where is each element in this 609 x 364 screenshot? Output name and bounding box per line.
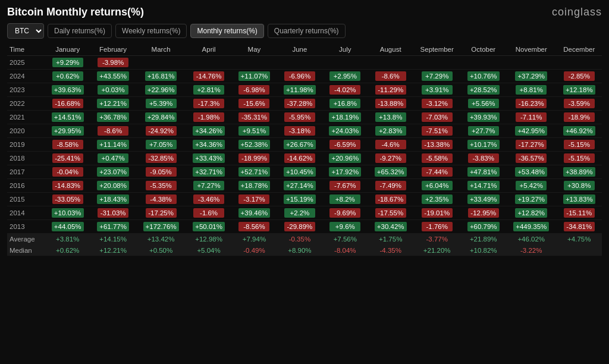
value-cell: -5.35%	[136, 179, 186, 193]
return-value: +13.8%	[375, 112, 406, 122]
return-value: +52.38%	[238, 140, 271, 149]
return-value: -9.05%	[146, 167, 177, 177]
value-cell: -9.69%	[322, 206, 368, 220]
table-row: 2016-14.83%+20.08%-5.35%+7.27%+18.78%+27…	[7, 179, 602, 193]
value-cell: +12.18%	[557, 83, 602, 97]
value-cell: +17.92%	[322, 165, 368, 179]
value-cell: -8.56%	[231, 220, 277, 234]
return-value: -12.95%	[468, 208, 499, 218]
return-value: +12.82%	[515, 208, 547, 218]
avg-value: -0.35%	[277, 234, 322, 245]
value-cell: +2.95%	[322, 70, 368, 83]
return-value: +10.45%	[284, 167, 316, 177]
value-cell: +60.79%	[461, 220, 506, 234]
asset-selector[interactable]: BTC	[7, 23, 44, 39]
value-cell: +46.92%	[557, 124, 602, 138]
value-cell: +29.95%	[45, 124, 90, 138]
value-cell: -17.27%	[506, 138, 557, 152]
col-august: August	[368, 43, 413, 56]
value-cell	[413, 56, 461, 70]
return-value: -25.41%	[52, 153, 83, 163]
value-cell: +5.39%	[136, 97, 186, 111]
return-value: -2.85%	[564, 71, 595, 81]
return-value: +9.51%	[238, 126, 269, 136]
value-cell: +47.81%	[461, 165, 506, 179]
value-cell: -4.02%	[322, 83, 368, 97]
value-cell: +42.95%	[506, 124, 557, 138]
value-cell: +18.19%	[322, 111, 368, 124]
value-cell: +11.07%	[231, 70, 277, 83]
return-value: +11.07%	[238, 71, 271, 81]
return-value: -8.56%	[238, 222, 269, 231]
value-cell: +11.14%	[90, 138, 136, 152]
year-cell: 2018	[7, 152, 45, 165]
return-value: -3.12%	[422, 99, 453, 108]
value-cell: +9.51%	[231, 124, 277, 138]
median-value	[557, 245, 602, 256]
value-cell: -7.49%	[368, 179, 413, 193]
return-value: +61.77%	[97, 222, 129, 231]
value-cell: +44.05%	[45, 220, 90, 234]
value-cell: -0.04%	[45, 165, 90, 179]
avg-value: +7.94%	[231, 234, 277, 245]
tab-quarterly[interactable]: Quarterly returns(%)	[268, 24, 346, 38]
value-cell	[368, 56, 413, 70]
return-value: -11.29%	[375, 85, 406, 95]
return-value: -17.25%	[146, 208, 177, 218]
value-cell: -5.58%	[413, 152, 461, 165]
tab-monthly[interactable]: Monthly returns(%)	[190, 24, 263, 38]
table-row: 2024+0.62%+43.55%+16.81%-14.76%+11.07%-6…	[7, 70, 602, 83]
year-cell: 2016	[7, 179, 45, 193]
value-cell: +30.42%	[368, 220, 413, 234]
value-cell: +5.56%	[461, 97, 506, 111]
avg-value: +4.75%	[557, 234, 602, 245]
year-cell: 2013	[7, 220, 45, 234]
avg-value: +1.75%	[368, 234, 413, 245]
return-value: +29.84%	[145, 112, 177, 122]
value-cell: +37.29%	[506, 70, 557, 83]
tab-weekly[interactable]: Weekly returns(%)	[115, 24, 187, 38]
return-value: -6.96%	[284, 71, 315, 81]
value-cell: +52.71%	[231, 165, 277, 179]
value-cell: -32.85%	[136, 152, 186, 165]
return-value: -7.44%	[422, 167, 453, 177]
return-value: +17.92%	[329, 167, 361, 177]
col-july: July	[322, 43, 368, 56]
value-cell: -1.6%	[186, 206, 231, 220]
return-value: -3.83%	[468, 153, 499, 163]
value-cell: -15.6%	[231, 97, 277, 111]
value-cell	[506, 56, 557, 70]
return-value: -15.11%	[564, 208, 595, 218]
tab-daily[interactable]: Daily returns(%)	[48, 24, 112, 38]
return-value: -34.81%	[564, 222, 595, 231]
table-row: 2014+10.03%-31.03%-17.25%-1.6%+39.46%+2.…	[7, 206, 602, 220]
value-cell: +28.52%	[461, 83, 506, 97]
value-cell: -18.99%	[231, 152, 277, 165]
return-value: -8.6%	[98, 126, 128, 136]
value-cell: -17.25%	[136, 206, 186, 220]
return-value: -5.15%	[564, 140, 595, 149]
year-cell: 2014	[7, 206, 45, 220]
return-value: +10.17%	[467, 140, 500, 149]
return-value: -3.17%	[238, 194, 269, 204]
return-value: +39.93%	[467, 112, 500, 122]
return-value: +5.42%	[516, 181, 547, 190]
page-title: Bitcoin Monthly returns(%)	[7, 6, 144, 18]
return-value: -4.6%	[375, 140, 406, 149]
value-cell: +0.47%	[90, 152, 136, 165]
value-cell: -9.27%	[368, 152, 413, 165]
table-row: 2015-33.05%+18.43%-4.38%-3.46%-3.17%+15.…	[7, 193, 602, 206]
value-cell: -31.03%	[90, 206, 136, 220]
median-value: -8.04%	[322, 245, 368, 256]
value-cell: +29.84%	[136, 111, 186, 124]
value-cell: -13.88%	[368, 97, 413, 111]
value-cell: +36.78%	[90, 111, 136, 124]
value-cell: +39.63%	[45, 83, 90, 97]
return-value: +2.2%	[284, 208, 315, 218]
value-cell: -16.23%	[506, 97, 557, 111]
return-value: +5.39%	[146, 99, 177, 108]
value-cell: +18.43%	[90, 193, 136, 206]
value-cell: +2.83%	[368, 124, 413, 138]
year-cell: 2024	[7, 70, 45, 83]
return-value: +19.27%	[515, 194, 547, 204]
